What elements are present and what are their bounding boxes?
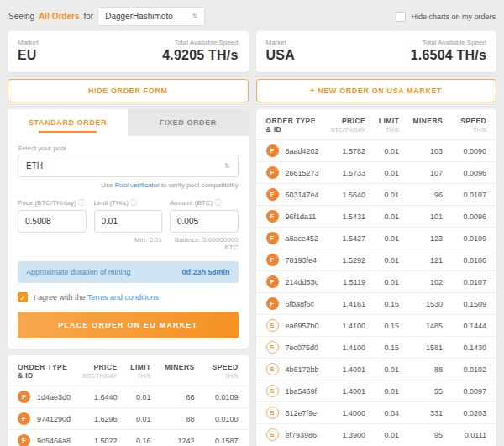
order-price: 1.4161 [318, 300, 365, 308]
table-row: F 8aad4202 1.5782 0.01 103 0.0090 [256, 140, 497, 162]
order-limit: 0.01 [365, 191, 399, 199]
order-miners: 55 [399, 387, 443, 396]
order-speed: 0.0090 [443, 147, 486, 155]
order-speed: 0.0096 [443, 213, 486, 221]
order-type-badge: F [266, 297, 279, 310]
hide-charts-checkbox[interactable] [396, 12, 406, 22]
order-id: a8ace452 [286, 234, 319, 243]
price-label: Price (BTC/TH/day)ⓘ [18, 198, 87, 207]
new-order-usa-button[interactable]: + NEW ORDER ON USA MARKET [256, 79, 497, 102]
order-limit: 0.01 [365, 387, 399, 396]
order-type-badge: F [266, 210, 279, 223]
table-row: F 6fba8f6c 1.4161 0.16 1530 0.1509 [256, 293, 497, 315]
order-miners: 121 [399, 256, 443, 265]
order-limit: 0.01 [365, 213, 399, 221]
order-type-badge: F [266, 232, 279, 244]
info-icon: ⓘ [214, 199, 221, 207]
order-speed: 0.1430 [443, 344, 486, 352]
order-limit: 0.01 [365, 147, 399, 155]
order-speed: 0.0102 [443, 365, 486, 374]
table-row: F 9741290d 1.6296 0.01 88 0.0100 [8, 408, 249, 430]
order-miners: 1581 [399, 344, 443, 352]
table-row: F a8ace452 1.5427 0.01 123 0.0109 [256, 228, 497, 249]
order-limit: 0.01 [365, 234, 399, 243]
order-miners: 95 [399, 431, 443, 439]
pool-value: ETH [26, 161, 43, 171]
pool-select[interactable]: ETH ⇅ [18, 155, 239, 177]
order-speed: 0.0107 [443, 191, 486, 199]
order-price: 1.5431 [318, 213, 365, 221]
order-type-badge: F [18, 434, 30, 446]
col-price: PRICE [71, 363, 118, 371]
order-speed: 0.1444 [443, 322, 486, 330]
table-row: S ef793986 1.3900 0.01 95 0.0111 [256, 424, 497, 445]
tab-fixed-order[interactable]: FIXED ORDER [128, 109, 248, 136]
order-type-badge: F [266, 166, 279, 179]
table-row: F 9d5466a8 1.5022 0.16 1242 0.1587 [8, 430, 249, 446]
usa-market-card: Market USA Total Available Speed 1.6504 … [256, 31, 497, 72]
usa-total-speed: 1.6504 TH/s [411, 48, 486, 63]
agree-text: I agree with the Terms and conditions [34, 293, 159, 302]
col-order-type-id: ORDER TYPE & ID [266, 117, 319, 134]
order-miners: 107 [399, 169, 443, 177]
table-row: S 312e7f9e 1.4000 0.04 331 0.0203 [256, 402, 497, 424]
order-limit: 0.15 [365, 344, 399, 352]
info-icon: ⓘ [78, 199, 85, 207]
all-orders-label: All Orders [39, 12, 79, 21]
tab-standard-order[interactable]: STANDARD ORDER [8, 109, 128, 136]
order-type-badge: F [266, 144, 279, 157]
eu-total-speed: 4.9205 TH/s [162, 48, 238, 63]
order-miners: 103 [399, 147, 443, 155]
order-miners: 1485 [399, 322, 443, 330]
order-price: 1.4000 [318, 409, 365, 417]
table-row: S ea6957b0 1.4100 0.15 1485 0.1444 [256, 315, 497, 337]
table-row: F 26615273 1.5733 0.01 107 0.0096 [256, 162, 497, 184]
order-speed: 0.0107 [443, 278, 486, 286]
place-order-eu-button[interactable]: PLACE ORDER ON EU MARKET [18, 312, 239, 338]
eu-market-label: Market [18, 39, 38, 46]
order-speed: 0.0109 [195, 393, 239, 401]
order-price: 1.5733 [318, 169, 365, 177]
order-type-badge: F [266, 188, 279, 201]
order-price: 1.5292 [318, 256, 365, 265]
order-speed: 0.0100 [195, 415, 239, 423]
order-type-badge: F [266, 275, 279, 288]
seeing-label: Seeing [8, 12, 34, 21]
order-id: 96f1da11 [286, 213, 317, 221]
price-input[interactable] [18, 210, 87, 233]
pool-helper-text: Use Pool verificator to verify pool comp… [18, 181, 239, 189]
order-limit: 0.01 [365, 278, 399, 286]
order-id: 6fba8f6c [286, 300, 315, 308]
order-price: 1.6440 [71, 393, 118, 401]
order-price: 1.5640 [318, 191, 365, 199]
duration-value: 0d 23h 58min [181, 268, 229, 276]
order-limit: 0.01 [118, 415, 151, 423]
order-miners: 331 [399, 409, 443, 417]
pool-verificator-link[interactable]: Pool verificator [115, 181, 160, 189]
pool-label: Select your pool [18, 144, 239, 152]
col-speed: SPEED [443, 117, 486, 125]
col-limit: LIMIT [118, 363, 151, 371]
limit-input[interactable] [94, 210, 163, 233]
order-price: 1.5119 [318, 278, 365, 286]
order-id: 9d5466a8 [37, 437, 71, 445]
top-bar: Seeing All Orders for DaggerHashimoto ⇅ … [0, 0, 504, 31]
order-id: ea6957b0 [286, 322, 319, 330]
order-id: 26615273 [286, 169, 319, 177]
algorithm-select[interactable]: DaggerHashimoto ⇅ [97, 7, 205, 26]
amount-input[interactable] [170, 210, 239, 233]
agree-checkbox[interactable]: ✓ [18, 292, 28, 302]
order-price: 1.4001 [318, 387, 365, 396]
col-miners: MINERS [399, 117, 443, 125]
usa-column: Market USA Total Available Speed 1.6504 … [256, 31, 497, 446]
eu-table-header: ORDER TYPE & ID PRICEBTC/TH/DAY LIMITTH/… [8, 355, 249, 386]
terms-link[interactable]: Terms and conditions [87, 293, 159, 302]
order-miners: 1530 [399, 300, 443, 308]
order-limit: 0.15 [365, 322, 399, 330]
order-speed: 0.0109 [443, 234, 486, 243]
eu-speed-label: Total Available Speed [162, 39, 238, 46]
eu-table-body: F 1d4ae3d0 1.6440 0.01 66 0.0109 F 97412… [8, 386, 249, 446]
order-type-badge: F [18, 391, 30, 403]
hide-order-form-button[interactable]: HIDE ORDER FORM [8, 79, 249, 102]
order-speed: 0.0097 [443, 387, 486, 396]
